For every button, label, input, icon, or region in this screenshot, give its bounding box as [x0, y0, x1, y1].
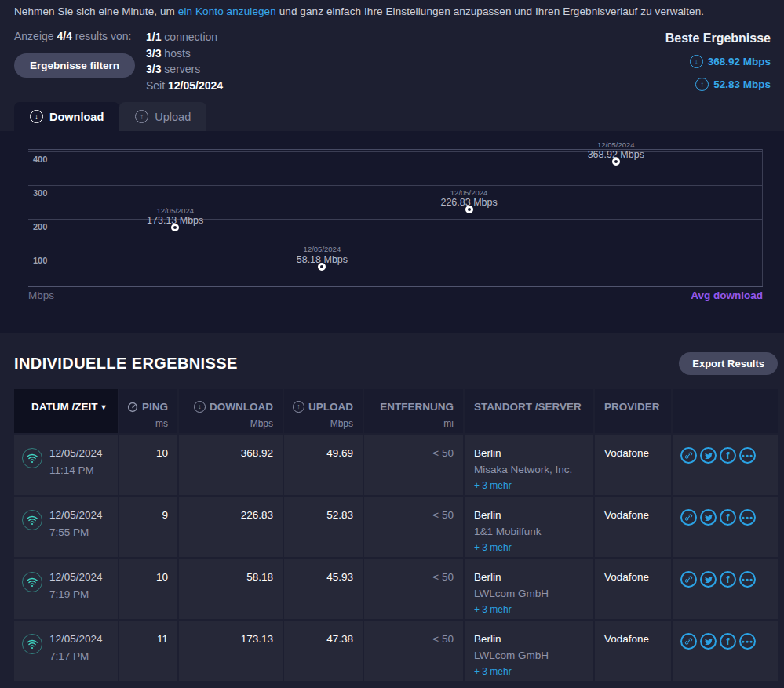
twitter-icon[interactable] [700, 447, 717, 464]
stat-hosts: 3/3 hosts [146, 46, 223, 62]
more-icon[interactable]: ●●● [739, 571, 756, 588]
data-point-marker[interactable] [465, 206, 473, 213]
more-icon[interactable]: ●●● [739, 447, 756, 464]
header-datum-zeit[interactable]: DATUM /ZEIT▾ [14, 389, 118, 433]
gridline-400 [28, 151, 763, 152]
more-icon[interactable]: ●●● [739, 509, 756, 526]
location-server-cell: Berlin LWLcom GmbH + 3 mehr [465, 621, 593, 681]
stat-servers: 3/3 servers [146, 61, 223, 78]
download-circle-icon: ↓ [194, 401, 206, 413]
link-icon[interactable] [680, 571, 697, 588]
upload-value: 49.69 [284, 435, 363, 495]
filter-results-button[interactable]: Ergebnisse filtern [14, 53, 135, 78]
point-date-label: 12/05/2024 [156, 206, 194, 215]
share-actions: f ●●● [673, 621, 778, 681]
more-servers-link[interactable]: + 3 mehr [474, 604, 512, 615]
link-icon[interactable] [680, 633, 697, 650]
ping-value: 9 [119, 497, 177, 557]
header-upload[interactable]: ↑UPLOAD Mbps [284, 389, 363, 433]
upload-value: 52.83 [284, 497, 363, 557]
results-table-body: 12/05/2024 11:14 PM 10 368.92 49.69 < 50… [14, 435, 778, 681]
ping-value: 10 [119, 559, 177, 619]
header-provider[interactable]: PROVIDER [595, 389, 671, 433]
facebook-icon[interactable]: f [720, 633, 736, 650]
download-value: 368.92 [179, 435, 283, 495]
sort-arrow-icon: ▾ [102, 402, 106, 411]
datum-zeit-cell: 12/05/2024 11:14 PM [14, 435, 118, 495]
upload-circle-icon: ↑ [293, 401, 304, 413]
link-icon[interactable] [680, 447, 697, 464]
download-value: 173.13 [179, 621, 283, 681]
table-row[interactable]: 12/05/2024 7:19 PM 10 58.18 45.93 < 50 B… [14, 559, 778, 619]
create-account-link[interactable]: ein Konto anzulegen [178, 5, 276, 17]
result-time: 11:14 PM [49, 464, 103, 476]
best-results-title: Beste Ergebnisse [665, 31, 771, 46]
data-point-marker[interactable] [612, 158, 620, 166]
share-actions: f ●●● [673, 559, 778, 619]
result-time: 7:17 PM [49, 650, 103, 662]
tab-download[interactable]: ↓ Download [14, 102, 119, 131]
export-results-button[interactable]: Export Results [679, 352, 778, 375]
provider-value: Vodafone [595, 435, 671, 495]
table-row[interactable]: 12/05/2024 7:55 PM 9 226.83 52.83 < 50 B… [14, 497, 778, 557]
more-servers-link[interactable]: + 3 mehr [474, 666, 512, 677]
datum-zeit-cell: 12/05/2024 7:55 PM [14, 497, 118, 557]
server-name: LWLcom GmbH [474, 650, 593, 661]
data-point-marker[interactable] [171, 224, 179, 231]
link-icon[interactable] [680, 509, 697, 526]
twitter-icon[interactable] [700, 633, 717, 650]
results-showing-summary: Anzeige 4/4 results von: [14, 30, 131, 42]
banner-text-after: und ganz einfach Ihre Einstellungen anzu… [276, 5, 704, 17]
more-servers-link[interactable]: + 3 mehr [474, 480, 512, 491]
distance-value: < 50 [364, 435, 463, 495]
facebook-icon[interactable]: f [720, 447, 736, 464]
distance-value: < 50 [364, 621, 463, 681]
more-servers-link[interactable]: + 3 mehr [474, 542, 512, 553]
stat-since: Seit 12/05/2024 [146, 78, 223, 94]
tab-upload-label: Upload [155, 111, 191, 123]
ping-value: 10 [119, 435, 177, 495]
location-server-cell: Berlin LWLcom GmbH + 3 mehr [465, 559, 593, 619]
facebook-icon[interactable]: f [720, 509, 736, 526]
provider-value: Vodafone [595, 497, 671, 557]
download-circle-icon: ↓ [690, 55, 703, 68]
result-date: 12/05/2024 [49, 509, 103, 521]
upload-value: 47.38 [284, 621, 363, 681]
showing-suffix: results von: [75, 30, 132, 42]
upload-circle-icon: ↑ [135, 110, 148, 123]
table-row[interactable]: 12/05/2024 7:17 PM 11 173.13 47.38 < 50 … [14, 621, 778, 681]
header-entfernung[interactable]: ENTFERNUNG mi [364, 389, 463, 433]
twitter-icon[interactable] [700, 571, 717, 588]
datum-zeit-cell: 12/05/2024 7:17 PM [14, 621, 118, 681]
point-date-label: 12/05/2024 [597, 140, 635, 149]
point-date-label: 12/05/2024 [450, 188, 488, 197]
data-point-marker[interactable] [318, 263, 326, 271]
best-upload-value: 52.83 Mbps [713, 78, 771, 90]
table-row[interactable]: 12/05/2024 11:14 PM 10 368.92 49.69 < 50… [14, 435, 778, 495]
tab-upload[interactable]: ↑ Upload [119, 102, 206, 131]
gridline-200 [28, 219, 763, 220]
gridline-100 [28, 253, 763, 253]
y-axis-unit-label: Mbps [28, 289, 54, 301]
result-date: 12/05/2024 [49, 571, 103, 583]
y-tick-label: 200 [33, 222, 47, 231]
banner-text-before: Nehmen Sie sich eine Minute, um [14, 5, 178, 17]
facebook-icon[interactable]: f [720, 571, 736, 588]
results-table: DATUM /ZEIT▾ PING ms ↓DOWNLOAD Mbps ↑UPL… [14, 389, 778, 681]
header-ping[interactable]: PING ms [119, 389, 177, 433]
tab-download-label: Download [49, 111, 104, 123]
ping-value: 11 [119, 621, 177, 681]
share-actions: f ●●● [673, 497, 778, 557]
server-city: Berlin [474, 571, 593, 583]
header-download[interactable]: ↓DOWNLOAD Mbps [179, 389, 283, 433]
y-tick-label: 100 [33, 256, 47, 265]
more-icon[interactable]: ●●● [739, 633, 756, 650]
location-server-cell: Berlin 1&1 Mobilfunk + 3 mehr [465, 497, 593, 557]
provider-value: Vodafone [595, 559, 671, 619]
header-standort-server[interactable]: STANDORT /SERVER [465, 389, 593, 433]
y-tick-label: 400 [33, 155, 47, 164]
twitter-icon[interactable] [700, 509, 717, 526]
best-results: Beste Ergebnisse ↓ 368.92 Mbps ↑ 52.83 M… [665, 31, 771, 91]
account-banner: Nehmen Sie sich eine Minute, um ein Kont… [14, 5, 704, 17]
results-table-header: DATUM /ZEIT▾ PING ms ↓DOWNLOAD Mbps ↑UPL… [14, 389, 778, 433]
